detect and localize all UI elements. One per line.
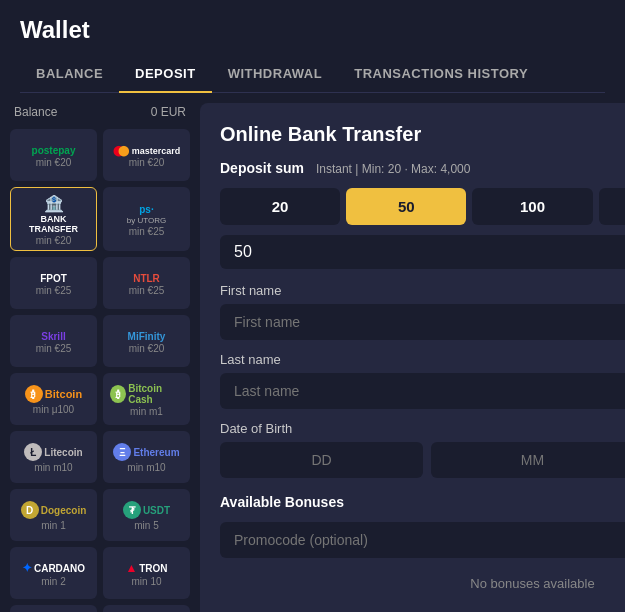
amount-btn-100[interactable]: 100 xyxy=(472,188,592,225)
payment-item-cardano[interactable]: ✦ CARDANO min 2 xyxy=(10,547,97,599)
ethereum-name: Ethereum xyxy=(133,447,179,458)
cardano-min: min 2 xyxy=(41,576,65,587)
payment-item-dogecoin[interactable]: D Dogecoin min 1 xyxy=(10,489,97,541)
mastercard-min: min €20 xyxy=(129,157,165,168)
amount-input[interactable] xyxy=(234,243,625,261)
ethereum-min: min m10 xyxy=(127,462,165,473)
cardano-icon: ✦ xyxy=(22,561,32,575)
tab-deposit[interactable]: DEPOSIT xyxy=(119,56,212,93)
bitcoin-icon: ₿ xyxy=(25,385,43,403)
postepay-icon: postepay xyxy=(32,145,76,156)
amount-buttons: 20 50 100 200 500 xyxy=(220,188,625,225)
tron-icon: ▲ xyxy=(125,561,137,575)
ntlr-min: min €25 xyxy=(129,285,165,296)
ps-icon: ps· xyxy=(139,204,153,215)
skril-icon: Skrill xyxy=(41,331,65,342)
payment-item-ntlr[interactable]: NTLR min €25 xyxy=(103,257,190,309)
ps-sub: by UTORG xyxy=(127,216,166,225)
payment-item-mifinity[interactable]: MiFinity min €20 xyxy=(103,315,190,367)
bitcoincash-name: Bitcoin Cash xyxy=(128,383,183,405)
payment-item-tron[interactable]: ▲ TRON min 10 xyxy=(103,547,190,599)
dob-label: Date of Birth xyxy=(220,421,625,436)
bitcoin-min: min μ100 xyxy=(33,404,74,415)
first-name-input[interactable] xyxy=(220,304,625,340)
tab-withdrawal[interactable]: WITHDRAWAL xyxy=(212,56,339,93)
usdt-min: min 5 xyxy=(134,520,158,531)
deposit-header: Deposit sum Instant | Min: 20 · Max: 4,0… xyxy=(220,160,625,176)
bitcoincash-icon: ₿ xyxy=(110,385,126,403)
promo-input[interactable] xyxy=(220,522,625,558)
content-title: Online Bank Transfer xyxy=(220,123,625,146)
banktransfer-icon: 🏦 xyxy=(44,194,64,213)
payment-item-bitcoincash[interactable]: ₿ Bitcoin Cash min m1 xyxy=(103,373,190,425)
tron-min: min 10 xyxy=(131,576,161,587)
payment-item-postepay[interactable]: postepay min €20 xyxy=(10,129,97,181)
promo-row: ADD xyxy=(220,522,625,558)
amount-btn-20[interactable]: 20 xyxy=(220,188,340,225)
balance-value: 0 EUR xyxy=(151,105,186,119)
no-bonuses-text: No bonuses available xyxy=(220,570,625,597)
mastercard-icon: ⬤⬤ mastercard xyxy=(113,145,180,156)
tab-transactions[interactable]: TRANSACTIONS HISTORY xyxy=(338,56,544,93)
fpot-icon: FPOT xyxy=(40,273,67,284)
skril-min: min €25 xyxy=(36,343,72,354)
amount-btn-50[interactable]: 50 xyxy=(346,188,466,225)
dogecoin-min: min 1 xyxy=(41,520,65,531)
dob-row xyxy=(220,442,625,478)
deposit-sum-label: Deposit sum xyxy=(220,160,304,176)
payment-item-ethereum[interactable]: Ξ Ethereum min m10 xyxy=(103,431,190,483)
deposit-sum-info: Instant | Min: 20 · Max: 4,000 xyxy=(316,162,471,176)
fpot-min: min €25 xyxy=(36,285,72,296)
ethereum-icon: Ξ xyxy=(113,443,131,461)
payment-item-mastercard[interactable]: ⬤⬤ mastercard min €20 xyxy=(103,129,190,181)
usdt-icon: ₮ xyxy=(123,501,141,519)
amount-input-row: EUR xyxy=(220,235,625,269)
content-panel: Online Bank Transfer Deposit sum Instant… xyxy=(200,103,625,612)
mifinity-icon: MiFinity xyxy=(128,331,166,342)
dogecoin-name: Dogecoin xyxy=(41,505,87,516)
payment-item-usdt[interactable]: ₮ USDT min 5 xyxy=(103,489,190,541)
dob-dd-input[interactable] xyxy=(220,442,423,478)
usdt-name: USDT xyxy=(143,505,170,516)
dogecoin-icon: D xyxy=(21,501,39,519)
mifinity-min: min €20 xyxy=(129,343,165,354)
banktransfer-name: BANK TRANSFER xyxy=(17,214,90,234)
balance-label: Balance xyxy=(14,105,57,119)
banktransfer-min: min €20 xyxy=(36,235,72,246)
cardano-name: CARDANO xyxy=(34,563,85,574)
sidebar: Balance 0 EUR postepay min €20 ⬤⬤ master… xyxy=(0,93,200,612)
dob-mm-input[interactable] xyxy=(431,442,625,478)
last-name-label: Last name xyxy=(220,352,625,367)
tron-name: TRON xyxy=(139,563,167,574)
bonuses-row: Available Bonuses Use bonuses xyxy=(220,492,625,512)
ps-min: min €25 xyxy=(129,226,165,237)
bitcoincash-min: min m1 xyxy=(130,406,163,417)
payment-item-binance[interactable]: B BINANCE min 0.01 xyxy=(10,605,97,612)
first-name-label: First name xyxy=(220,283,625,298)
payment-item-skril[interactable]: Skrill min €25 xyxy=(10,315,97,367)
last-name-input[interactable] xyxy=(220,373,625,409)
page-title: Wallet xyxy=(20,16,605,44)
payment-item-litecoin[interactable]: Ł Litecoin min m10 xyxy=(10,431,97,483)
payment-item-ps[interactable]: ps· by UTORG min €25 xyxy=(103,187,190,251)
payment-item-jeton[interactable]: Jeton min €20 xyxy=(103,605,190,612)
payment-item-fpot[interactable]: FPOT min €25 xyxy=(10,257,97,309)
tab-balance[interactable]: BALANCE xyxy=(20,56,119,93)
balance-row: Balance 0 EUR xyxy=(10,105,190,119)
header: Wallet BALANCE DEPOSIT WITHDRAWAL TRANSA… xyxy=(0,0,625,93)
bonuses-title: Available Bonuses xyxy=(220,494,344,510)
payment-item-bitcoin[interactable]: ₿ Bitcoin min μ100 xyxy=(10,373,97,425)
nav-tabs: BALANCE DEPOSIT WITHDRAWAL TRANSACTIONS … xyxy=(20,56,605,93)
payment-grid: postepay min €20 ⬤⬤ mastercard min €20 xyxy=(10,129,190,612)
ntlr-icon: NTLR xyxy=(133,273,160,284)
main-layout: Balance 0 EUR postepay min €20 ⬤⬤ master… xyxy=(0,93,625,612)
litecoin-name: Litecoin xyxy=(44,447,82,458)
postepay-min: min €20 xyxy=(36,157,72,168)
litecoin-icon: Ł xyxy=(24,443,42,461)
payment-item-banktransfer[interactable]: 🏦 BANK TRANSFER min €20 xyxy=(10,187,97,251)
litecoin-min: min m10 xyxy=(34,462,72,473)
amount-btn-200[interactable]: 200 xyxy=(599,188,625,225)
